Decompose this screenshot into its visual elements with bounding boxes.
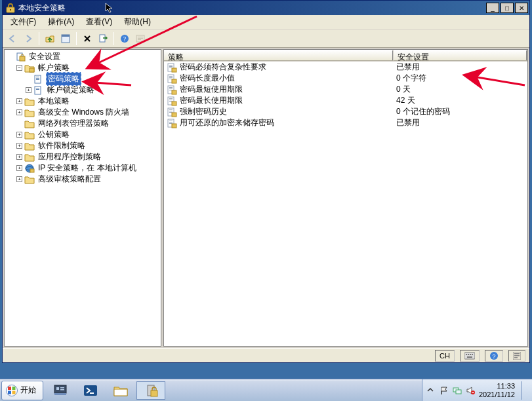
policy-cell: 密码最短使用期限 — [164, 84, 394, 95]
delete-button[interactable] — [80, 31, 94, 46]
expander-icon[interactable]: + — [16, 176, 22, 182]
menu-action[interactable]: 操作(A) — [43, 15, 79, 29]
expander-icon[interactable]: + — [16, 154, 22, 160]
tree-item-account-policy[interactable]: − 帐户策略 — [15, 62, 159, 73]
column-policy[interactable]: 策略 — [164, 50, 394, 61]
policy-value: 0 天 — [394, 84, 527, 95]
svg-rect-3 — [62, 35, 70, 37]
svg-rect-35 — [169, 87, 173, 88]
svg-rect-50 — [169, 121, 173, 121]
svg-rect-51 — [169, 122, 173, 123]
tree-item-network-list[interactable]: 网络列表管理器策略 — [15, 118, 159, 129]
expander-icon[interactable]: + — [16, 132, 22, 138]
expander-icon — [7, 54, 13, 60]
tree-item-local-policy[interactable]: + 本地策略 — [15, 96, 159, 107]
svg-rect-28 — [172, 68, 176, 72]
svg-rect-68 — [12, 387, 16, 390]
task-powershell[interactable] — [76, 381, 105, 400]
properties-button[interactable] — [58, 31, 73, 46]
tree-item-app-control[interactable]: + 应用程序控制策略 — [15, 151, 159, 162]
svg-rect-13 — [30, 68, 34, 72]
task-secpol[interactable] — [136, 381, 165, 400]
tree-item-password-policy[interactable]: 密码策略 — [24, 73, 159, 85]
windows-logo-icon — [6, 385, 18, 396]
start-label: 开始 — [20, 385, 36, 396]
options-status-icon[interactable] — [508, 350, 525, 362]
expander-icon[interactable]: + — [16, 98, 22, 104]
export-button[interactable] — [96, 31, 110, 46]
svg-rect-56 — [468, 354, 469, 355]
svg-rect-64 — [514, 355, 520, 356]
expander-icon[interactable]: + — [16, 109, 22, 115]
policy-row[interactable]: 强制密码历史0 个记住的密码 — [164, 106, 527, 117]
config-button[interactable] — [133, 31, 148, 46]
menubar: 文件(F) 操作(A) 查看(V) 帮助(H) — [3, 15, 529, 29]
folder-icon — [24, 96, 35, 107]
minimize-button[interactable]: _ — [486, 3, 499, 13]
policy-row[interactable]: 密码长度最小值0 个字符 — [164, 73, 527, 84]
tree-item-ip-security[interactable]: + IP 安全策略，在 本地计算机 — [15, 162, 159, 174]
expander-icon[interactable]: + — [16, 143, 22, 149]
task-explorer[interactable] — [106, 381, 135, 400]
folder-icon — [24, 63, 35, 73]
ip-security-icon — [24, 163, 35, 174]
policy-name: 密码最短使用期限 — [180, 84, 243, 95]
toolbar-separator — [76, 32, 77, 45]
policy-row[interactable]: 密码必须符合复杂性要求已禁用 — [164, 62, 527, 73]
tray-show-hidden-icon[interactable] — [426, 386, 436, 395]
tree-root[interactable]: 安全设置 — [6, 51, 159, 62]
svg-rect-10 — [138, 39, 141, 40]
svg-rect-17 — [36, 79, 39, 80]
up-button[interactable] — [43, 31, 57, 46]
flag-icon[interactable] — [440, 386, 449, 395]
show-desktop-button[interactable] — [522, 381, 528, 400]
policy-row[interactable]: 密码最长使用期限42 天 — [164, 95, 527, 106]
svg-text:?: ? — [492, 353, 495, 360]
column-setting[interactable]: 安全设置 — [394, 50, 527, 61]
help-button[interactable]: ? — [117, 31, 132, 46]
policy-row[interactable]: 用可还原的加密来储存密码已禁用 — [164, 117, 527, 128]
policy-row[interactable]: 密码最短使用期限0 天 — [164, 84, 527, 95]
svg-rect-73 — [56, 387, 59, 390]
back-button[interactable] — [5, 31, 20, 46]
svg-rect-18 — [35, 86, 41, 94]
menu-help[interactable]: 帮助(H) — [119, 15, 156, 29]
taskbar-clock[interactable]: 11:33 2021/11/12 — [479, 382, 515, 399]
tree-item-public-key[interactable]: + 公钥策略 — [15, 129, 159, 140]
expander-icon[interactable]: − — [16, 65, 22, 71]
policy-item-icon — [167, 118, 177, 128]
tree-item-adv-audit[interactable]: + 高级审核策略配置 — [15, 174, 159, 185]
close-button[interactable]: ✕ — [515, 3, 528, 13]
expander-icon[interactable]: + — [16, 165, 22, 171]
expander-icon — [26, 76, 31, 82]
tree-label: 高级审核策略配置 — [37, 173, 102, 185]
task-server-manager[interactable] — [46, 381, 75, 400]
titlebar[interactable]: 本地安全策略 _ □ ✕ — [3, 1, 529, 15]
forward-button[interactable] — [21, 31, 35, 46]
list-header: 策略 安全设置 — [164, 50, 527, 62]
policy-value: 已禁用 — [394, 117, 527, 128]
menu-file[interactable]: 文件(F) — [5, 15, 41, 29]
tree-item-software-restrict[interactable]: + 软件限制策略 — [15, 140, 159, 151]
svg-rect-55 — [466, 354, 467, 355]
help-status-icon[interactable]: ? — [485, 350, 503, 362]
folder-icon — [24, 130, 35, 140]
svg-rect-57 — [470, 354, 471, 355]
expander-icon[interactable]: + — [26, 87, 31, 93]
svg-rect-8 — [138, 37, 143, 37]
volume-icon[interactable] — [466, 386, 475, 395]
ime-indicator[interactable]: CH — [435, 350, 455, 362]
svg-rect-45 — [169, 109, 173, 110]
tree-item-adv-firewall[interactable]: + 高级安全 Windows 防火墙 — [15, 107, 159, 118]
svg-rect-16 — [36, 78, 39, 79]
network-icon[interactable] — [453, 386, 462, 395]
maximize-button[interactable]: □ — [501, 3, 514, 13]
svg-rect-41 — [169, 100, 173, 100]
keyboard-icon[interactable] — [460, 350, 480, 362]
start-button[interactable]: 开始 — [1, 381, 43, 400]
tree-item-account-lockout[interactable]: + 帐户锁定策略 — [24, 85, 159, 96]
menu-view[interactable]: 查看(V) — [81, 15, 117, 29]
svg-rect-59 — [467, 356, 472, 358]
tree-panel: 安全设置 − 帐户策略 — [4, 49, 161, 347]
svg-rect-54 — [464, 353, 475, 359]
